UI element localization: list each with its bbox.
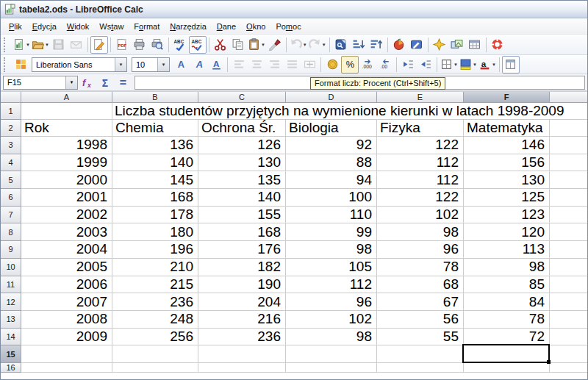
paste-button[interactable]: ▼ (247, 36, 266, 54)
chevron-down-icon[interactable]: ▼ (453, 62, 458, 67)
cell-E16[interactable] (377, 363, 464, 373)
cell-E7[interactable]: 102 (377, 207, 464, 224)
cell-B2[interactable]: Chemia (112, 120, 198, 137)
cell-B6[interactable]: 168 (112, 189, 198, 207)
menu-wstaw[interactable]: Wstaw (94, 20, 129, 33)
cell-B14[interactable]: 256 (112, 329, 198, 346)
row-header-16[interactable]: 16 (1, 363, 21, 373)
cell-C7[interactable]: 155 (198, 207, 286, 224)
cell-E11[interactable]: 68 (377, 276, 464, 294)
add-decimal-button[interactable]: .000 (359, 56, 376, 74)
menu-plik[interactable]: Plik (4, 20, 27, 33)
cell-D6[interactable]: 100 (286, 189, 377, 207)
cell-B10[interactable]: 210 (112, 259, 198, 276)
cell-D13[interactable]: 102 (286, 311, 377, 329)
column-header-F[interactable]: F (464, 92, 550, 103)
cell-G3[interactable] (550, 137, 587, 154)
cell-E9[interactable]: 96 (377, 241, 464, 259)
cell-C9[interactable]: 176 (198, 241, 286, 259)
cell-G13[interactable] (550, 311, 587, 329)
cell-F10[interactable]: 98 (464, 259, 550, 276)
cell-D15[interactable] (286, 345, 377, 363)
borders-button[interactable]: ▼ (440, 56, 459, 74)
name-box[interactable]: F15 ▼ (3, 76, 78, 90)
cell-D16[interactable] (286, 363, 377, 373)
cell-F16[interactable] (464, 363, 550, 373)
row-header-15[interactable]: 15 (1, 345, 21, 363)
cell-F9[interactable]: 113 (464, 241, 550, 259)
cell-A10[interactable]: 2005 (21, 259, 112, 276)
chevron-down-icon[interactable]: ▼ (322, 43, 326, 47)
cell-E3[interactable]: 122 (377, 137, 464, 154)
cell-A12[interactable]: 2007 (21, 293, 112, 311)
row-header-8[interactable]: 8 (1, 223, 21, 241)
cell-G14[interactable] (550, 329, 587, 346)
cell-D9[interactable]: 98 (286, 241, 377, 259)
select-all-corner[interactable] (1, 92, 21, 103)
cell-B4[interactable]: 140 (112, 154, 198, 172)
cell-F14[interactable]: 72 (464, 329, 550, 346)
cell-C8[interactable]: 168 (198, 223, 286, 241)
font-color-button[interactable]: a▼ (478, 56, 497, 74)
font-name-combobox[interactable]: Liberation Sans▼ (32, 57, 127, 72)
toolbar-handle[interactable] (4, 37, 10, 52)
cell-G7[interactable] (550, 207, 587, 224)
cell-C15[interactable] (198, 345, 286, 363)
underline-button[interactable]: A (207, 56, 225, 74)
row-header-9[interactable]: 9 (1, 241, 21, 259)
edit-mode-button[interactable] (90, 36, 108, 54)
cell-G6[interactable] (550, 189, 587, 207)
format-paintbrush-button[interactable] (266, 36, 284, 54)
gallery-button[interactable] (448, 36, 466, 54)
menu-okno[interactable]: Okno (241, 20, 270, 33)
cell-E5[interactable]: 112 (377, 171, 464, 189)
delete-decimal-button[interactable]: .00 (376, 56, 394, 74)
name-box-dropdown-icon[interactable]: ▼ (65, 76, 77, 89)
row-header-1[interactable]: 1 (1, 103, 21, 120)
cell-D2[interactable]: Biologia (286, 120, 377, 137)
chevron-down-icon[interactable]: ▼ (157, 58, 169, 71)
cell-D11[interactable]: 112 (286, 276, 377, 294)
cell-C14[interactable]: 236 (198, 329, 286, 346)
cell-A11[interactable]: 2006 (21, 276, 112, 294)
cell-A14[interactable]: 2009 (21, 329, 112, 346)
styles-button[interactable] (12, 56, 29, 74)
currency-button[interactable] (323, 56, 341, 74)
row-header-6[interactable]: 6 (1, 189, 21, 207)
sort-descending-button[interactable] (368, 36, 385, 54)
cell-C6[interactable]: 140 (198, 189, 286, 207)
align-top-button[interactable] (502, 56, 520, 74)
align-right-button[interactable] (265, 56, 283, 74)
cell-G2[interactable] (550, 120, 587, 137)
cell-E8[interactable]: 98 (377, 223, 464, 241)
export-pdf-button[interactable]: PDF (113, 36, 131, 54)
row-header-7[interactable]: 7 (1, 207, 21, 224)
cell-D4[interactable]: 88 (286, 154, 377, 172)
cell-G12[interactable] (550, 293, 587, 311)
cut-button[interactable] (212, 36, 229, 54)
cell-F12[interactable]: 84 (464, 293, 550, 311)
align-left-button[interactable] (230, 56, 248, 74)
cell-F3[interactable]: 146 (464, 137, 550, 154)
cell-F6[interactable]: 125 (464, 189, 550, 207)
cell-D5[interactable]: 94 (286, 171, 377, 189)
cell-A4[interactable]: 1999 (21, 154, 112, 172)
insert-chart-button[interactable] (390, 36, 408, 54)
cell-C13[interactable]: 216 (198, 311, 286, 329)
title-bar[interactable]: tabela2.ods - LibreOffice Calc (1, 1, 587, 18)
row-header-13[interactable]: 13 (1, 311, 21, 329)
cell-G4[interactable] (550, 154, 587, 172)
cell-B5[interactable]: 145 (112, 171, 198, 189)
column-header-D[interactable]: D (286, 92, 377, 103)
cell-E12[interactable]: 67 (377, 293, 464, 311)
data-sources-button[interactable] (466, 36, 484, 54)
row-header-12[interactable]: 12 (1, 293, 21, 311)
increase-indent-button[interactable] (417, 56, 434, 74)
cell-E2[interactable]: Fizyka (377, 120, 464, 137)
cell-C11[interactable]: 190 (198, 276, 286, 294)
cell-D7[interactable]: 110 (286, 207, 377, 224)
column-header-overflow[interactable] (550, 92, 587, 103)
cell-A5[interactable]: 2000 (21, 171, 112, 189)
cell-F2[interactable]: Matematyka (464, 120, 550, 137)
decrease-indent-button[interactable] (399, 56, 417, 74)
